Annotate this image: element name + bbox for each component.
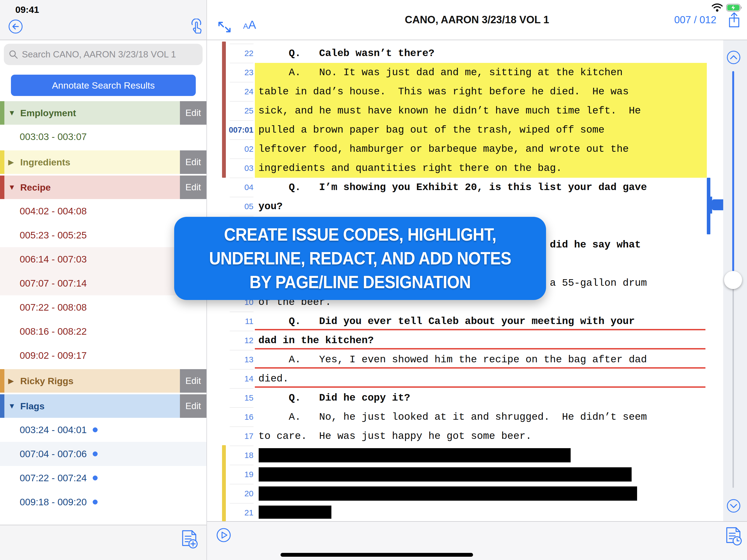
transcript-row[interactable]: 13 A. Yes, I even showed him the recipe … xyxy=(207,350,724,369)
line-text: died. xyxy=(258,369,289,388)
share-button[interactable] xyxy=(727,11,741,28)
designation-label: 008:16 - 008:22 xyxy=(20,326,87,337)
underline-annotation xyxy=(255,329,705,330)
transcript-row[interactable]: 16 A. No, he just looked at it and shrug… xyxy=(207,407,724,427)
line-number: 05 xyxy=(226,197,254,216)
banner-line: UNDERLINE, REDACT, AND ADD NOTES xyxy=(189,247,531,271)
designation-label: 003:03 - 003:07 xyxy=(20,131,87,142)
scrollbar[interactable] xyxy=(723,40,747,521)
section-header-ricky-riggs[interactable]: ▶Ricky RiggsEdit xyxy=(0,369,206,393)
section-header-employment[interactable]: ▼EmploymentEdit xyxy=(0,101,206,125)
line-number: 15 xyxy=(226,388,254,407)
line-text: table in dad’s house. This was right bef… xyxy=(258,82,628,101)
line-number: 16 xyxy=(226,407,254,427)
designation-row[interactable]: 003:03 - 003:07 xyxy=(0,125,206,149)
page-indicator[interactable]: 007 / 012 xyxy=(674,0,716,40)
flag-dot xyxy=(93,452,98,456)
designation-row[interactable]: 008:16 - 008:22 xyxy=(0,320,206,343)
line-number: 21 xyxy=(226,503,254,521)
designation-row[interactable]: 009:02 - 009:17 xyxy=(0,343,206,367)
edit-button[interactable]: Edit xyxy=(180,101,206,125)
transcript-row[interactable]: 18 xyxy=(207,446,724,465)
main-header: AA CANO, AARON 3/23/18 VOL 1 007 / 012 xyxy=(207,0,747,40)
transcript-row[interactable]: 12dad in the kitchen? xyxy=(207,331,724,350)
document-clock-icon[interactable] xyxy=(724,527,743,547)
edit-button[interactable]: Edit xyxy=(180,176,206,199)
transcript-row[interactable]: 21 xyxy=(207,503,724,521)
section-label: Recipe xyxy=(20,182,51,193)
redaction-bar xyxy=(259,486,637,501)
designation-label: 007:07 - 007:14 xyxy=(20,278,87,289)
redaction-bar xyxy=(259,467,632,482)
line-text: ingredients and quantities right there o… xyxy=(258,159,562,178)
line-number: 04 xyxy=(226,178,254,197)
line-number: 24 xyxy=(226,82,254,101)
designation-label: 004:02 - 004:08 xyxy=(20,206,87,217)
designation-label: 006:14 - 007:03 xyxy=(20,254,87,265)
play-button[interactable] xyxy=(216,528,231,542)
transcript-row[interactable]: 23 A. No. It was just dad and me, sittin… xyxy=(207,63,724,82)
document-title: CANO, AARON 3/23/18 VOL 1 xyxy=(207,0,747,40)
disclosure-collapsed-icon: ▶ xyxy=(8,377,20,385)
transcript-row[interactable]: 14died. xyxy=(207,369,724,388)
edit-button[interactable]: Edit xyxy=(180,150,206,174)
section-header-ingredients[interactable]: ▶IngredientsEdit xyxy=(0,150,206,174)
transcript-row[interactable]: 15 Q. Did he copy it? xyxy=(207,388,724,407)
designation-label: 009:02 - 009:17 xyxy=(20,350,87,361)
transcript-row[interactable]: 03ingredients and quantities right there… xyxy=(207,159,724,178)
designation-label: 007:04 - 007:06 xyxy=(20,449,87,459)
scroll-progress-line xyxy=(732,71,734,271)
transcript-row[interactable]: 22 Q. Caleb wasn’t there? xyxy=(207,44,724,63)
home-indicator[interactable] xyxy=(281,553,473,557)
designation-row[interactable]: 007:04 - 007:06 xyxy=(0,442,206,466)
play-icon xyxy=(216,528,231,542)
line-number: 17 xyxy=(226,427,254,446)
line-number: 20 xyxy=(226,484,254,503)
transcript-row[interactable]: 19 xyxy=(207,465,724,484)
line-number: 18 xyxy=(226,446,254,465)
transcript-row[interactable]: 24table in dad’s house. This was right b… xyxy=(207,82,724,101)
section-label: Ricky Riggs xyxy=(20,376,74,386)
designation-row[interactable]: 004:02 - 004:08 xyxy=(0,199,206,223)
transcript-row[interactable]: 007:01pulled a brown paper bag out of th… xyxy=(207,120,724,139)
underline-annotation xyxy=(255,386,705,388)
line-text: pulled a brown paper bag out of the tras… xyxy=(258,120,604,139)
designation-label: 003:24 - 004:01 xyxy=(20,424,87,435)
transcript-row[interactable]: 11 Q. Did you ever tell Caleb about your… xyxy=(207,312,724,331)
line-number: 11 xyxy=(226,312,254,331)
scroll-thumb[interactable] xyxy=(724,271,742,289)
designation-row[interactable]: 007:22 - 008:08 xyxy=(0,295,206,320)
section-label: Ingredients xyxy=(20,157,70,168)
sidebar-toolbar xyxy=(0,525,206,560)
transcript-row[interactable]: 02leftover food, hamburger or barbeque m… xyxy=(207,139,724,159)
transcript-row[interactable]: 25sick, and he must have known he didn’t… xyxy=(207,101,724,120)
transcript-row[interactable]: 04 Q. I’m showing you Exhibit 20, is thi… xyxy=(207,178,724,197)
scroll-down-button[interactable] xyxy=(726,499,741,513)
line-text: to care. He was just happy he got some b… xyxy=(258,427,532,446)
line-text: Q. Did you ever tell Caleb about your me… xyxy=(258,312,635,331)
edit-button[interactable]: Edit xyxy=(180,369,206,393)
section-header-flags[interactable]: ▼FlagsEdit xyxy=(0,394,206,418)
line-text: leftover food, hamburger or barbeque may… xyxy=(258,139,628,159)
line-text: Q. I’m showing you Exhibit 20, is this l… xyxy=(258,178,647,197)
transcript-row[interactable]: 20 xyxy=(207,484,724,503)
designation-row[interactable]: 007:22 - 007:24 xyxy=(0,466,206,490)
designation-label: 009:18 - 009:20 xyxy=(20,497,87,508)
line-number: 02 xyxy=(226,139,254,159)
designation-row[interactable]: 009:18 - 009:20 xyxy=(0,490,206,514)
document-add-icon[interactable] xyxy=(180,530,199,550)
transcript-row[interactable]: 17to care. He was just happy he got some… xyxy=(207,427,724,446)
scroll-track-line xyxy=(732,289,734,488)
scroll-up-button[interactable] xyxy=(726,50,741,65)
section-label: Employment xyxy=(20,108,76,119)
line-number: 13 xyxy=(226,350,254,369)
disclosure-expanded-icon: ▼ xyxy=(8,109,20,117)
line-number: 22 xyxy=(226,44,254,63)
transcript-row[interactable]: 05you? xyxy=(207,197,724,216)
transcript-app: 09:41 xyxy=(0,0,747,560)
wifi-icon xyxy=(712,3,723,12)
edit-button[interactable]: Edit xyxy=(180,394,206,418)
designation-row[interactable]: 003:24 - 004:01 xyxy=(0,418,206,442)
line-number: 25 xyxy=(226,101,254,120)
section-header-recipe[interactable]: ▼RecipeEdit xyxy=(0,176,206,199)
